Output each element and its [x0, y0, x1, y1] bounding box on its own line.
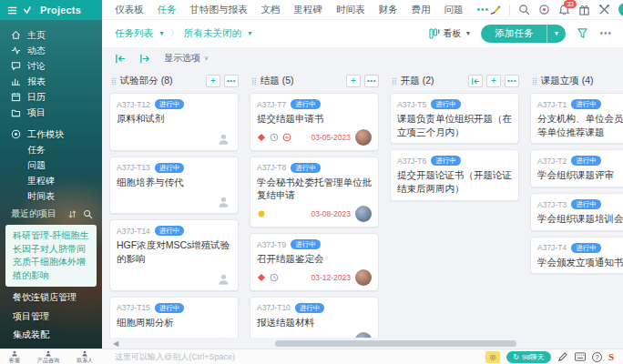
display-options-button[interactable]: 显示选项 ∨	[164, 52, 209, 65]
breadcrumb-filter[interactable]: 所有未关闭的	[184, 27, 241, 40]
breadcrumb-task-list[interactable]: 任务列表	[115, 27, 153, 40]
sogou-ime-icon[interactable]: S	[608, 351, 614, 362]
sidebar-work-item-3[interactable]: 时间表	[0, 188, 102, 204]
ime-pen-icon[interactable]	[557, 351, 568, 362]
status-badge: 进行中	[155, 163, 185, 173]
bottom-shortcut-2[interactable]: 联系人	[77, 350, 93, 363]
sidebar-project-item-2[interactable]: 项目管理	[0, 308, 102, 327]
sidebar-work-item-1[interactable]: 问题	[0, 157, 102, 173]
assignee-avatar[interactable]	[215, 332, 231, 338]
task-card[interactable]: A37J-T14进行中HGF浓度对MSCs增殖试验的影响	[109, 219, 239, 290]
scrollbar-thumb[interactable]	[275, 340, 516, 347]
add-new-button[interactable]: +	[618, 3, 623, 16]
sidebar-item-activity[interactable]: 动态	[0, 43, 102, 58]
add-card-button[interactable]: +	[346, 75, 361, 87]
add-task-dropdown[interactable]: ▼	[546, 25, 567, 43]
tab-3[interactable]: 文档	[261, 4, 281, 16]
task-card[interactable]: A37J-T15进行中细胞周期分析	[109, 297, 239, 338]
task-card[interactable]: A37J-T13进行中细胞培养与传代	[109, 157, 239, 215]
status-badge: 进行中	[291, 163, 321, 173]
topnav-more-icon[interactable]: •••	[477, 5, 490, 15]
search-projects-icon[interactable]	[83, 209, 93, 219]
tab-5[interactable]: 时间表	[336, 4, 365, 16]
mention-input[interactable]: 这里可以输入@别人(Ctrl+Space)	[102, 351, 485, 363]
task-card[interactable]: A37J-T6进行中提交开题论证书（开题论证结束后两周内）	[390, 149, 519, 200]
scroll-left-arrow-icon[interactable]: ◀	[113, 339, 118, 348]
tab-2[interactable]: 甘特图与报表	[190, 4, 248, 16]
task-card[interactable]: A37J-T9进行中召开结题鉴定会03-12-2023	[250, 233, 379, 291]
task-card[interactable]: A37J-T3进行中学会组织课题培训会	[530, 193, 623, 231]
sidebar-work-item-2[interactable]: 里程碑	[0, 173, 102, 188]
sidebar-item-discussion[interactable]: 讨论	[0, 58, 102, 74]
bottom-shortcut-1[interactable]: 产品咨询	[37, 350, 59, 363]
drag-handle-icon[interactable]: ⣿	[532, 77, 537, 86]
sidebar-item-reports[interactable]: 报表	[0, 74, 102, 89]
task-card[interactable]: A37J-T7进行中提交结题申请书03-05-2023	[250, 93, 379, 151]
assignee-avatar[interactable]	[355, 206, 372, 222]
status-badge: 进行中	[295, 303, 325, 313]
search-icon[interactable]	[518, 4, 530, 15]
drag-handle-icon[interactable]: ⣿	[251, 77, 257, 86]
column-more-button[interactable]: •••	[224, 75, 239, 87]
add-task-button[interactable]: 添加任务 ▼	[481, 25, 567, 43]
task-card[interactable]: A37J-T8进行中学会秘书处委托管理单位批复结申请03-08-2023	[250, 157, 379, 228]
sidebar-project-item-0[interactable]: 科研管理-肝细胞生长因子对人脐带间充质干细胞体外增殖的影响	[5, 225, 97, 287]
target-icon[interactable]	[538, 4, 550, 15]
column-more-button[interactable]: •••	[505, 75, 519, 87]
bell-icon[interactable]: 33	[558, 4, 570, 15]
task-card[interactable]: A37J-T1进行中分支机构、单位会员、地区等单位推荐课题	[530, 93, 623, 144]
drag-handle-icon[interactable]: ⣿	[111, 77, 117, 86]
collapse-all-left-icon[interactable]	[115, 53, 127, 65]
tab-7[interactable]: 费用	[412, 4, 431, 16]
sidebar-work-item-0[interactable]: 任务	[0, 142, 102, 157]
tab-1[interactable]: 任务	[158, 4, 177, 16]
pen-signature-icon[interactable]	[489, 4, 501, 15]
task-card[interactable]: A37J-T4进行中学会颁发立项通知书	[530, 237, 623, 275]
kanban-board: ⣿试验部分 (8)+•••A37J-T12进行中原料和试剂A37J-T13进行中…	[107, 71, 623, 338]
assignee-avatar[interactable]	[355, 332, 372, 338]
assignee-avatar[interactable]	[215, 269, 231, 286]
assignee-avatar[interactable]	[215, 129, 231, 146]
tab-6[interactable]: 财务	[379, 4, 398, 16]
task-card[interactable]: A37J-T5进行中课题负责单位组织开题（在立项三个月内）	[390, 93, 519, 144]
sort-icon[interactable]	[67, 209, 77, 219]
column-more-button[interactable]: •••	[364, 75, 379, 87]
gift-icon[interactable]	[578, 4, 590, 15]
add-card-button[interactable]: +	[486, 75, 501, 87]
assignee-avatar[interactable]	[355, 269, 372, 286]
assignee-avatar[interactable]	[355, 129, 372, 146]
drag-handle-icon[interactable]: ⣿	[392, 77, 397, 86]
task-card[interactable]: A37J-T12进行中原料和试剂	[109, 93, 239, 151]
card-header: A37J-T3进行中	[537, 199, 623, 209]
hamburger-menu-icon[interactable]	[7, 5, 17, 15]
filter-icon[interactable]	[577, 27, 588, 39]
more-options-icon[interactable]: •••	[599, 28, 612, 38]
horizontal-scrollbar[interactable]: ◀	[175, 340, 614, 347]
tab-8[interactable]: 问题	[444, 4, 464, 16]
bottom-shortcut-0[interactable]: 客服	[9, 350, 20, 363]
collapse-all-right-icon[interactable]	[139, 53, 151, 65]
add-card-button[interactable]: +	[206, 75, 220, 87]
sidebar-section-work-modules[interactable]: 工作模块	[0, 126, 102, 142]
tab-0[interactable]: 仪表板	[115, 4, 144, 16]
task-card[interactable]: A37J-T2进行中学会组织课题评审	[530, 149, 623, 187]
task-card[interactable]: A37J-T10进行中报送结题材料03-16-2023	[250, 297, 379, 338]
sidebar-project-item-3[interactable]: 集成装配	[0, 326, 102, 345]
sidebar-project-item-1[interactable]: 餐饮连锁店管理	[0, 288, 102, 308]
sidebar-item-calendar[interactable]: 日历	[0, 89, 102, 105]
ime-emoji-icon[interactable]: ◎	[485, 351, 500, 363]
bottom-left-shortcuts: 客服产品咨询联系人	[0, 350, 102, 363]
sidebar-item-home[interactable]: 主页	[0, 27, 102, 43]
view-switcher[interactable]: 看板 ▼	[429, 27, 472, 40]
tab-4[interactable]: 里程碑	[294, 4, 323, 16]
ime-chat-button[interactable]: ↻ 98聊天	[506, 351, 551, 363]
app-logo[interactable]: Projects	[24, 5, 81, 15]
collapse-column-button[interactable]	[468, 75, 483, 87]
sidebar-item-projects[interactable]: 项目	[0, 105, 102, 120]
ime-help-icon[interactable]: ?	[592, 352, 602, 362]
tools-icon[interactable]	[598, 4, 610, 15]
card-header: A37J-T2进行中	[537, 156, 623, 166]
ime-keyboard-icon[interactable]	[575, 351, 586, 362]
assignee-avatar[interactable]	[215, 192, 231, 208]
task-id: A37J-T6	[397, 157, 426, 166]
